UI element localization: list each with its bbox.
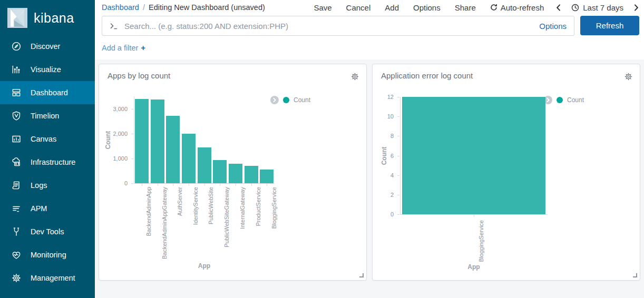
y-axis-title: Count [380, 146, 388, 165]
sidebar-item-logs[interactable]: Logs [0, 174, 95, 197]
sidebar-item-label: Infrastructure [31, 158, 75, 166]
sidebar-item-visualize[interactable]: Visualize [0, 58, 95, 81]
sidebar-item-dev-tools[interactable]: Dev Tools [0, 220, 95, 243]
time-prev-chevron-icon[interactable] [556, 4, 561, 11]
sidebar-item-timelion[interactable]: Timelion [0, 104, 95, 127]
bar-authserver[interactable] [166, 116, 180, 183]
y-tick-mark [397, 156, 399, 156]
sidebar-item-infrastructure[interactable]: Infrastructure [0, 151, 95, 174]
kibana-logo-icon [7, 8, 27, 28]
x-tick-mark [474, 215, 474, 217]
sidebar-item-apm[interactable]: APM [0, 197, 95, 220]
y-tick-mark [397, 97, 399, 97]
bar-chart-apps-by-log-count: 01,0002,0003,000BackendAdminAppBackendAd… [99, 64, 366, 280]
y-tick-mark [397, 214, 399, 215]
x-axis-label: AuthServer [165, 185, 181, 260]
kibana-logo[interactable]: kibana [0, 0, 95, 35]
auto-refresh-label: Auto-refresh [501, 3, 544, 12]
sidebar-item-management[interactable]: Management [0, 266, 95, 290]
document-lines-icon [11, 180, 22, 191]
sidebar-item-label: Monitoring [31, 251, 66, 259]
menu-share-button[interactable]: Share [455, 3, 476, 12]
bar-publicwebsite[interactable] [198, 147, 211, 183]
dashboard-grid: Apps by log count Count 01,0002,0003,000… [95, 59, 644, 298]
frame-icon [11, 134, 22, 144]
y-tick-label: 0 [99, 180, 128, 186]
sidebar: kibana DiscoverVisualizeDashboardTimelio… [0, 0, 95, 298]
y-tick-mark [397, 136, 399, 136]
search-input[interactable] [124, 22, 539, 31]
y-tick-mark [397, 175, 399, 176]
sidebar-item-canvas[interactable]: Canvas [0, 127, 95, 151]
bar-chart-icon [11, 64, 22, 75]
time-next-chevron-icon[interactable] [634, 4, 639, 11]
x-axis-label: ProductService [243, 185, 259, 260]
bar-identityservice[interactable] [182, 134, 196, 183]
menu-cancel-button[interactable]: Cancel [346, 3, 371, 12]
sidebar-item-label: Timelion [31, 112, 59, 120]
bar-productservice[interactable] [245, 166, 258, 183]
y-tick-mark [131, 134, 133, 134]
clock-icon [571, 4, 579, 12]
breadcrumb-dashboard-link[interactable]: Dashboard [102, 3, 139, 12]
sidebar-item-label: Dev Tools [31, 227, 64, 236]
y-tick-label: 8 [373, 133, 394, 139]
bar-backendadminappgateway[interactable] [151, 100, 164, 183]
x-axis-label-text: BloggingService [270, 187, 277, 229]
y-tick-label: 2,000 [99, 131, 128, 137]
x-axis-title: App [134, 262, 275, 270]
sidebar-item-label: Management [31, 274, 75, 282]
sidebar-item-label: Discover [31, 42, 60, 51]
refresh-circle-icon [490, 4, 497, 11]
y-tick-mark [131, 183, 133, 184]
query-options-link[interactable]: Options [539, 22, 567, 31]
refresh-button[interactable]: Refresh [580, 16, 639, 35]
y-tick-label: 4 [373, 172, 394, 178]
y-tick-label: 1,000 [99, 155, 128, 162]
bar-backendadminapp[interactable] [135, 99, 149, 183]
add-filter-link[interactable]: Add a filter [102, 44, 138, 52]
add-filter-plus-icon[interactable]: + [141, 43, 145, 52]
breadcrumb-current: Editing New Dashboard (unsaved) [149, 3, 265, 12]
y-tick-label: 2 [373, 192, 394, 198]
menu-options-button[interactable]: Options [413, 3, 441, 12]
bar-bloggingservice[interactable] [260, 170, 274, 183]
bar-publicwebsitegateway[interactable] [213, 160, 227, 183]
dashboard-grid-icon [11, 87, 22, 98]
gear-icon [11, 273, 22, 283]
sidebar-item-label: Visualize [31, 65, 61, 74]
y-tick-label: 0 [373, 211, 394, 217]
sidebar-item-monitoring[interactable]: Monitoring [0, 243, 95, 266]
y-tick-label: 12 [373, 94, 394, 100]
time-range-label: Last 7 days [583, 3, 623, 12]
sidebar-item-discover[interactable]: Discover [0, 35, 95, 58]
y-axis-title: Count [104, 131, 112, 149]
panel-resize-handle[interactable] [359, 273, 364, 277]
sidebar-item-dashboard[interactable]: Dashboard [0, 81, 95, 104]
panel-resize-handle[interactable] [633, 273, 637, 277]
bar-internalgateway[interactable] [229, 164, 242, 183]
x-axis-label: InternalGateway [228, 185, 243, 260]
cloud-server-icon [11, 157, 22, 167]
y-tick-label: 3,000 [99, 106, 128, 112]
x-axis-label: IdentityService [181, 185, 197, 260]
y-axis-line [400, 97, 401, 214]
filter-bar: Add a filter + [95, 36, 644, 59]
menu-save-button[interactable]: Save [314, 3, 331, 12]
search-box: Options [102, 16, 574, 36]
sidebar-nav: DiscoverVisualizeDashboardTimelionCanvas… [0, 35, 95, 290]
auto-refresh-button[interactable]: Auto-refresh [490, 3, 544, 12]
breadcrumb-separator: / [143, 3, 145, 12]
time-picker[interactable]: Last 7 days [571, 3, 623, 12]
top-nav-bar: Dashboard / Editing New Dashboard (unsav… [95, 0, 644, 15]
menu-add-button[interactable]: Add [385, 3, 399, 12]
kibana-logo-text: kibana [34, 11, 74, 26]
console-prompt-icon [110, 22, 118, 30]
top-menu: SaveCancelAddOptionsShare Auto-refresh L… [314, 3, 639, 12]
y-tick-mark [397, 195, 399, 195]
time-range-controls: Last 7 days [556, 3, 639, 12]
sidebar-item-label: Canvas [31, 135, 56, 143]
x-axis-label: BackendAdminAppGateway [150, 185, 165, 260]
bar-bloggingservice[interactable] [402, 97, 545, 214]
x-axis-label-text: BloggingService [477, 220, 484, 262]
